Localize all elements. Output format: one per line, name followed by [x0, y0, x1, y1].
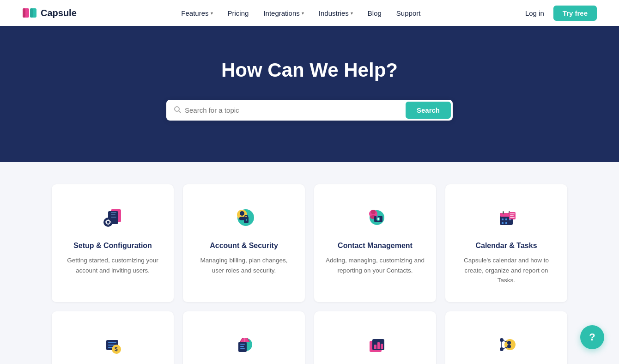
card-setup[interactable]: Setup & Configuration Getting started, c… [52, 184, 174, 302]
contact-icon [360, 203, 390, 232]
svg-rect-13 [111, 217, 116, 218]
calendar-icon [492, 203, 521, 232]
card-contact[interactable]: Contact Management Adding, managing, cus… [314, 184, 436, 302]
project-icon: $ [98, 330, 127, 359]
svg-rect-34 [505, 218, 507, 220]
svg-rect-40 [510, 215, 514, 216]
card-integrations[interactable]: Integrations Learn how to connect your f… [445, 311, 567, 364]
chevron-icon: ▾ [211, 11, 213, 16]
card-account-title: Account & Security [194, 242, 294, 250]
svg-rect-43 [108, 342, 116, 343]
nav-pricing[interactable]: Pricing [228, 9, 249, 17]
svg-point-16 [240, 211, 244, 216]
svg-rect-61 [381, 344, 383, 349]
main-nav: Capsule Features ▾ Pricing Integrations … [0, 0, 619, 26]
login-button[interactable]: Log in [525, 9, 544, 17]
insights-icon [360, 330, 390, 359]
card-contact-title: Contact Management [325, 242, 425, 250]
card-setup-desc: Getting started, customizing your accoun… [63, 255, 163, 275]
svg-rect-54 [240, 344, 245, 345]
chevron-icon: ▾ [302, 11, 304, 16]
svg-rect-37 [505, 222, 507, 224]
svg-rect-33 [502, 218, 504, 220]
card-contact-desc: Adding, managing, customizing and report… [325, 255, 425, 275]
logo-text: Capsule [41, 8, 77, 18]
cards-row-2: $ Project & Event Manager Store files, m… [52, 311, 567, 364]
svg-rect-12 [111, 214, 115, 215]
svg-rect-20 [246, 219, 247, 221]
svg-rect-28 [376, 216, 378, 218]
logo-icon [22, 6, 37, 20]
svg-rect-60 [377, 342, 380, 349]
svg-point-62 [504, 339, 516, 350]
nav-industries[interactable]: Industries ▾ [319, 9, 353, 17]
nav-features[interactable]: Features ▾ [181, 9, 212, 17]
svg-point-23 [371, 210, 376, 214]
card-calendar-title: Calendar & Tasks [456, 242, 556, 250]
cards-row-1: Setup & Configuration Getting started, c… [52, 184, 567, 302]
svg-line-5 [179, 111, 181, 113]
svg-point-27 [377, 218, 379, 220]
help-fab-button[interactable]: ? [580, 325, 604, 349]
sales-icon [229, 330, 259, 359]
nav-links: Features ▾ Pricing Integrations ▾ Indust… [181, 9, 420, 17]
hero-title: How Can We Help? [9, 59, 610, 81]
card-project[interactable]: $ Project & Event Manager Store files, m… [52, 311, 174, 364]
card-calendar-desc: Capsule's calendar and how to create, or… [456, 255, 556, 285]
card-insights[interactable]: Business Insights Understanding user act… [314, 311, 436, 364]
svg-rect-44 [108, 345, 115, 346]
card-calendar[interactable]: Calendar & Tasks Capsule's calendar and … [445, 184, 567, 302]
nav-actions: Log in Try free [525, 6, 597, 21]
card-setup-title: Setup & Configuration [63, 242, 163, 250]
svg-rect-2 [23, 8, 25, 18]
card-account-desc: Managing billing, plan changes, user rol… [194, 255, 294, 275]
svg-rect-41 [510, 217, 515, 218]
setup-icon [98, 203, 127, 232]
integrations-icon [492, 330, 521, 359]
search-input[interactable] [185, 106, 406, 114]
account-icon [229, 203, 259, 232]
svg-rect-11 [111, 212, 116, 213]
card-sales[interactable]: Sales Learn how to manage and forecast y… [183, 311, 305, 364]
svg-rect-59 [374, 345, 376, 349]
svg-rect-55 [240, 346, 244, 347]
hero-section: How Can We Help? Search [0, 26, 619, 162]
search-button[interactable]: Search [406, 102, 451, 119]
cards-section: Setup & Configuration Getting started, c… [0, 162, 619, 364]
svg-rect-3 [30, 8, 33, 18]
card-account[interactable]: Account & Security Managing billing, pla… [183, 184, 305, 302]
svg-rect-56 [240, 348, 245, 349]
nav-support[interactable]: Support [396, 9, 421, 17]
nav-blog[interactable]: Blog [368, 9, 382, 17]
svg-text:$: $ [115, 346, 118, 352]
chevron-icon: ▾ [351, 11, 353, 16]
svg-rect-36 [502, 222, 504, 224]
svg-point-10 [107, 221, 109, 224]
search-bar: Search [166, 100, 453, 121]
svg-rect-31 [503, 211, 504, 214]
svg-rect-39 [510, 213, 515, 214]
search-icon [174, 106, 181, 115]
nav-integrations[interactable]: Integrations ▾ [263, 9, 303, 17]
logo[interactable]: Capsule [22, 6, 77, 20]
try-free-button[interactable]: Try free [553, 6, 597, 21]
